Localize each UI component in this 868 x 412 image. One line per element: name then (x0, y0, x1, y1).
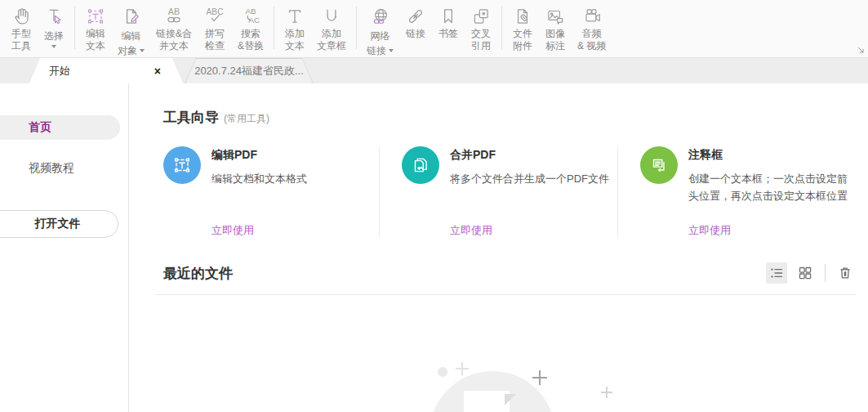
toolbar-edit-text[interactable]: 编辑 文本 (79, 3, 112, 54)
toolbar-file-attachment[interactable]: 文件 附件 (506, 3, 539, 54)
link-merge-text-icon: AB (162, 5, 186, 28)
plus-decoration (532, 370, 547, 385)
hand-icon (11, 5, 32, 28)
spell-check-icon: ABC (203, 5, 226, 28)
tab-document[interactable]: 2020.7.24福建省民政... (185, 58, 314, 83)
wizard-subtitle: (常用工具) (224, 112, 269, 126)
svg-text:ABC: ABC (206, 7, 224, 16)
toolbar-link[interactable]: 链接 (399, 3, 432, 42)
card-title: 合并PDF (450, 148, 609, 163)
recent-files-header: 最近的文件 (163, 262, 856, 284)
add-text-icon (284, 5, 305, 28)
toolbar-search-replace[interactable]: AB AC 搜索 &替换 (232, 3, 269, 54)
sidebar-item-label: 视频教程 (29, 161, 74, 176)
toolbar-bookmark[interactable]: 书签 (432, 3, 465, 42)
card-description: 创建一个文本框；一次点击设定箭头位置，再次点击设定文本框位置 (688, 170, 848, 204)
tab-label: 开始 (49, 64, 152, 78)
toolbar-separator (74, 7, 75, 49)
image-annotation-icon (545, 5, 566, 28)
card-description: 编辑文档和文本格式 (211, 170, 371, 187)
audio-video-icon (581, 5, 603, 28)
file-attachment-icon (512, 5, 533, 28)
empty-document-icon (464, 391, 510, 412)
plus-decoration (601, 387, 612, 398)
open-file-button[interactable]: 打开文件 (0, 210, 118, 238)
delete-recent-button[interactable] (835, 262, 856, 284)
tab-label: 2020.7.24福建省民政... (194, 64, 304, 78)
search-replace-icon: AB AC (239, 5, 262, 28)
web-link-icon (369, 5, 392, 28)
toolbar-audio-video[interactable]: 音频 & 视频 (572, 3, 612, 54)
toolbar-separator (356, 7, 357, 49)
merge-pdf-icon (402, 146, 439, 184)
empty-state (163, 295, 856, 405)
card-description: 将多个文件合并生成一个PDF文件 (450, 170, 609, 187)
bookmark-icon (438, 5, 459, 28)
chevron-down-icon (140, 49, 145, 52)
sidebar: 首页 视频教程 打开文件 (0, 83, 129, 412)
sidebar-item-home[interactable]: 首页 (0, 115, 120, 140)
edit-pdf-icon (163, 146, 201, 184)
card-title: 编辑PDF (211, 148, 371, 163)
svg-text:AC: AC (249, 16, 260, 25)
grid-view-button[interactable] (795, 262, 816, 284)
svg-text:AB: AB (246, 7, 256, 16)
toolbar-resize-arrow-icon[interactable] (857, 47, 865, 54)
toolbar: 手型 工具 选择 编辑 文本 (0, 0, 868, 58)
svg-text:AB: AB (168, 7, 180, 16)
cross-reference-icon (470, 5, 492, 28)
toolbar-add-text[interactable]: 添加 文本 (278, 3, 311, 54)
card-edit-pdf: 编辑PDF 编辑文档和文本格式 立即使用 (163, 146, 379, 238)
edit-text-icon (85, 5, 106, 28)
view-separator (825, 264, 826, 282)
sidebar-item-label: 首页 (29, 120, 51, 135)
main-panel: 工具向导 (常用工具) 编辑PDF 编辑文档和文本格式 (129, 83, 868, 412)
card-title: 注释框 (688, 148, 848, 163)
card-callout-box: 注释框 创建一个文本框；一次点击设定箭头位置，再次点击设定文本框位置 立即使用 (617, 146, 856, 238)
toolbar-image-annotation[interactable]: 图像 标注 (539, 3, 572, 54)
tab-bar: 开始 × 2020.7.24福建省民政... (0, 58, 868, 83)
plus-decoration (456, 362, 469, 375)
list-view-button[interactable] (766, 262, 787, 284)
link-icon (405, 5, 426, 28)
toolbar-add-article-box[interactable]: 添加 文章框 (311, 3, 352, 54)
toolbar-cross-reference[interactable]: 交叉 引用 (465, 3, 497, 54)
chevron-down-icon (389, 49, 394, 52)
wizard-cards: 编辑PDF 编辑文档和文本格式 立即使用 合并PDF 将多个文件合并生成一个PD… (163, 146, 856, 238)
wizard-title: 工具向导 (163, 108, 219, 127)
toolbar-select-tool[interactable]: 选择 (38, 3, 70, 50)
wizard-header: 工具向导 (常用工具) (163, 108, 856, 127)
tab-start[interactable]: 开始 × (29, 58, 183, 83)
toolbar-link-merge-text[interactable]: AB 链接&合 并文本 (150, 3, 198, 54)
content: 首页 视频教程 打开文件 工具向导 (常用工具) (0, 83, 868, 412)
sidebar-item-video-tutorials[interactable]: 视频教程 (0, 157, 128, 180)
toolbar-web-link[interactable]: 网络 链接 (361, 3, 399, 59)
add-article-box-icon (321, 5, 342, 28)
use-now-link[interactable]: 立即使用 (211, 223, 254, 238)
use-now-link[interactable]: 立即使用 (688, 223, 731, 238)
callout-box-icon (640, 146, 678, 184)
select-cursor-icon (43, 5, 65, 28)
edit-object-icon (121, 5, 142, 28)
dot-decoration (438, 367, 447, 377)
card-merge-pdf: 合并PDF 将多个文件合并生成一个PDF文件 立即使用 (379, 146, 617, 238)
recent-files-title: 最近的文件 (163, 264, 766, 283)
toolbar-edit-object[interactable]: 编辑 对象 (112, 3, 150, 59)
toolbar-separator (501, 7, 502, 49)
toolbar-spell-check[interactable]: ABC 拼写 检查 (198, 3, 232, 54)
close-icon[interactable]: × (152, 64, 163, 78)
chevron-down-icon (51, 45, 56, 48)
use-now-link[interactable]: 立即使用 (450, 223, 492, 238)
toolbar-hand-tool[interactable]: 手型 工具 (5, 3, 38, 54)
toolbar-separator (274, 7, 274, 49)
